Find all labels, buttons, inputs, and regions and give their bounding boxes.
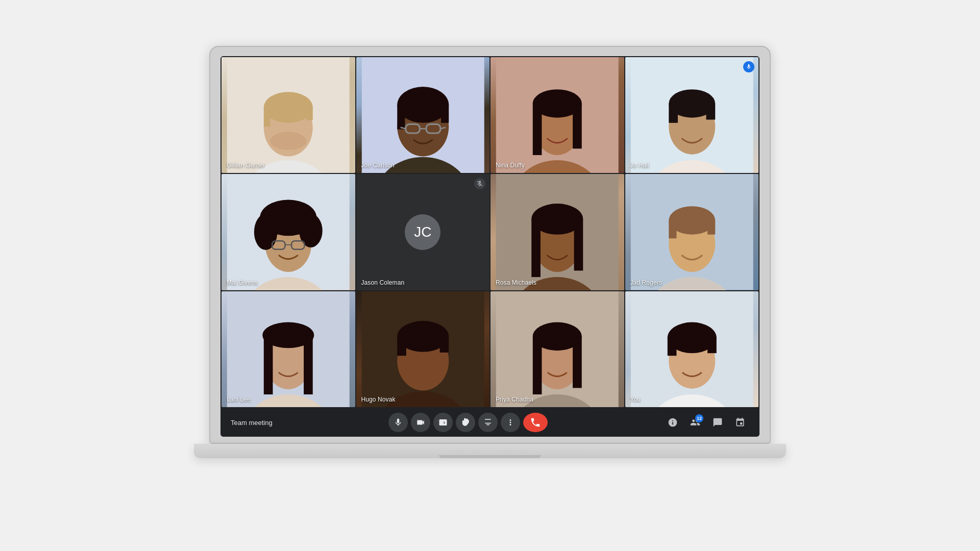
svg-point-35	[299, 214, 322, 248]
svg-rect-4	[264, 108, 271, 127]
tile-name-7: Rosa Michaels	[496, 279, 536, 286]
chat-button[interactable]	[708, 413, 727, 432]
video-tile-1: Gillian Garner	[222, 57, 355, 173]
svg-rect-44	[574, 219, 583, 271]
laptop-screen-inner: Gillian Garner	[220, 56, 760, 437]
video-tile-7: Rosa Michaels	[491, 174, 624, 290]
tile-name-10: Hugo Novak	[361, 396, 396, 403]
video-tile-5: Mai Givens	[222, 174, 355, 290]
camera-button[interactable]	[411, 413, 430, 432]
video-tile-11: Priya Chadha	[491, 291, 624, 407]
video-tile-3: Nina Duffy	[491, 57, 624, 173]
svg-rect-12	[441, 105, 449, 122]
video-tile-2: Joe Carlson	[356, 57, 490, 173]
tile-bg-5	[222, 174, 355, 290]
svg-point-34	[254, 214, 277, 251]
svg-rect-74	[667, 338, 676, 356]
svg-rect-63	[439, 336, 449, 353]
meeting-name: Team meeting	[231, 419, 273, 427]
video-tile-8: Jad Rogers	[625, 174, 759, 290]
activities-button[interactable]	[731, 413, 749, 432]
video-tile-12: You	[625, 291, 759, 407]
video-tile-4: Jo Hall	[625, 57, 759, 173]
svg-point-10	[397, 87, 449, 123]
tile-name-4: Jo Hall	[630, 162, 649, 169]
controls-center	[388, 413, 548, 432]
hand-button[interactable]	[456, 413, 475, 432]
svg-rect-28	[669, 104, 678, 123]
tile-name-5: Mai Givens	[227, 279, 258, 286]
tile-bg-11	[491, 291, 624, 407]
controls-right: 12	[664, 413, 749, 432]
mute-icon-6	[474, 178, 485, 189]
info-button[interactable]	[664, 413, 682, 432]
tile-bg-4	[625, 57, 759, 173]
captions-button[interactable]	[433, 413, 453, 432]
people-button[interactable]: 12	[686, 413, 704, 432]
svg-rect-5	[306, 108, 313, 120]
people-count-badge: 12	[695, 414, 703, 422]
video-tile-10: Hugo Novak	[356, 291, 490, 407]
tile-bg-9	[222, 291, 355, 407]
video-tile-6: JC Jason Coleman	[356, 174, 490, 290]
mic-button[interactable]	[388, 413, 408, 432]
avatar-6: JC	[405, 214, 440, 250]
svg-rect-49	[669, 220, 676, 238]
svg-point-57	[262, 322, 314, 348]
tile-name-11: Priya Chadha	[496, 396, 533, 403]
tile-name-1: Gillian Garner	[227, 162, 265, 169]
tile-name-8: Jad Rogers	[630, 279, 662, 286]
tile-name-9: Lani Lee	[227, 396, 251, 403]
tile-bg-1	[222, 57, 355, 173]
svg-rect-23	[573, 104, 582, 148]
svg-point-3	[264, 92, 313, 123]
laptop-shell: Gillian Garner	[209, 46, 771, 505]
svg-rect-75	[707, 338, 717, 353]
svg-rect-55	[264, 336, 273, 394]
svg-rect-68	[533, 336, 542, 394]
svg-point-6	[270, 132, 306, 150]
tile-bg-12	[625, 291, 759, 407]
svg-rect-69	[573, 336, 582, 388]
svg-rect-50	[707, 220, 715, 235]
laptop-screen-outer: Gillian Garner	[209, 46, 771, 444]
tile-bg-2	[356, 57, 490, 173]
svg-rect-11	[397, 105, 405, 129]
tile-name-12: You	[630, 396, 641, 403]
tile-bg-3	[491, 57, 624, 173]
tile-bg-7	[491, 174, 624, 290]
present-button[interactable]	[478, 413, 498, 432]
tile-name-6: Jason Coleman	[361, 279, 405, 286]
laptop-base	[194, 444, 786, 458]
video-grid: Gillian Garner	[220, 56, 760, 408]
tile-bg-8	[625, 174, 759, 290]
tile-name-2: Joe Carlson	[361, 162, 395, 169]
bottom-bar: Team meeting	[220, 408, 760, 437]
svg-rect-43	[531, 219, 541, 278]
video-tile-9: Lani Lee	[222, 291, 355, 407]
active-mic-badge	[743, 61, 754, 72]
end-call-button[interactable]	[523, 413, 548, 432]
tile-bg-10	[356, 291, 490, 407]
svg-rect-56	[304, 336, 313, 394]
more-options-button[interactable]	[501, 413, 520, 432]
svg-rect-62	[397, 336, 406, 356]
tile-name-3: Nina Duffy	[496, 162, 525, 169]
svg-rect-29	[706, 104, 715, 120]
svg-rect-22	[533, 104, 542, 155]
